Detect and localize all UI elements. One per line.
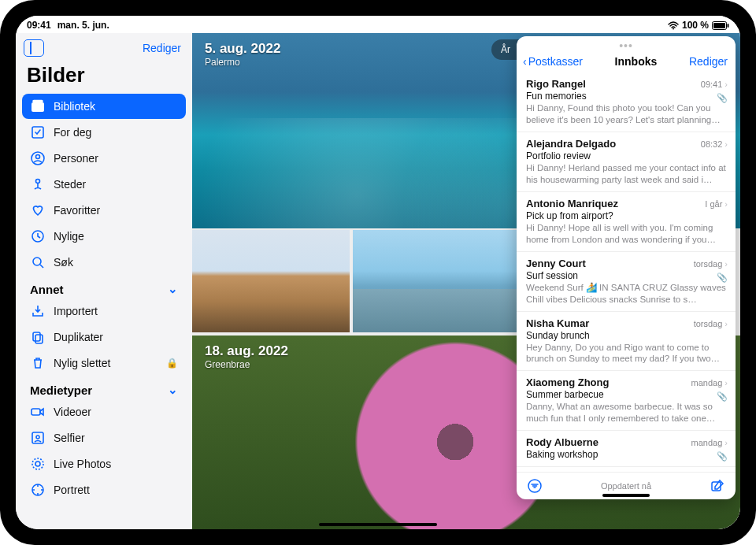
mail-filter-button[interactable] xyxy=(526,477,543,495)
sidebar-edit-button[interactable]: Rediger xyxy=(143,42,181,54)
chevron-left-icon: ‹ xyxy=(523,55,527,68)
mail-item[interactable]: Xiaomeng Zhongmandag ›Summer barbecueDan… xyxy=(517,371,736,431)
photo-cliff[interactable] xyxy=(192,230,350,332)
mail-time: torsdag › xyxy=(694,319,728,328)
chevron-right-icon: › xyxy=(724,378,728,387)
sidebar-item-label: Portrett xyxy=(54,484,90,496)
sidebar-item-label: Importert xyxy=(54,305,98,317)
mail-sender: Rody Albuerne xyxy=(526,436,598,448)
sidebar-item-label: Nylig slettet xyxy=(54,357,110,369)
mail-item[interactable]: Antonio ManriquezI går ›Pick up from air… xyxy=(517,192,736,252)
library-icon xyxy=(30,98,46,114)
mail-item[interactable]: Rody Albuernemandag ›Baking workshop📎 xyxy=(517,431,736,467)
mail-time: I går › xyxy=(705,199,728,209)
sidebar-section-other[interactable]: Annet ⌄ xyxy=(22,276,186,298)
battery-percent: 100 % xyxy=(682,20,709,31)
trash-icon xyxy=(30,355,46,371)
photo-place: Palermo xyxy=(205,57,280,68)
mail-slideover[interactable]: ••• ‹ Postkasser Innboks Rediger Rigo Ra… xyxy=(517,36,736,499)
mail-preview: Hey Danny, Do you and Rigo want to come … xyxy=(526,342,728,365)
sidebar-item-search[interactable]: Søk xyxy=(22,250,186,275)
section-label: Medietyper xyxy=(30,384,92,397)
svg-rect-14 xyxy=(32,409,40,415)
sidebar-item-label: Søk xyxy=(54,256,73,269)
sidebar-item-selfies[interactable]: Selfier xyxy=(22,425,186,450)
heart-icon xyxy=(30,202,46,218)
sidebar-section-media[interactable]: Medietyper ⌄ xyxy=(22,376,186,399)
battery-icon xyxy=(712,21,729,30)
photo-group-header-2[interactable]: 18. aug. 2022 Greenbrae xyxy=(205,343,288,370)
mail-time: 08:32 › xyxy=(701,139,728,149)
sidebar-item-videos[interactable]: Videoer xyxy=(22,399,186,425)
mail-item[interactable]: Nisha Kumartorsdag ›Sunday brunchHey Dan… xyxy=(517,312,736,372)
chevron-right-icon: › xyxy=(724,438,728,447)
attachment-icon: 📎 xyxy=(717,391,728,402)
segment-year[interactable]: År xyxy=(493,41,518,58)
foryou-icon xyxy=(30,124,46,140)
mail-subject: Fun memories xyxy=(526,91,728,102)
import-icon xyxy=(30,303,46,319)
svg-point-9 xyxy=(36,180,40,184)
mail-subject: Pick up from airport? xyxy=(526,210,728,221)
chevron-right-icon: › xyxy=(724,139,728,149)
photo-date: 18. aug. 2022 xyxy=(205,343,288,359)
mail-sender: Alejandra Delgado xyxy=(526,138,616,150)
sidebar-item-livephotos[interactable]: Live Photos xyxy=(22,451,186,476)
chevron-right-icon: › xyxy=(724,80,728,89)
mail-sender: Antonio Manriquez xyxy=(526,198,618,209)
mail-list[interactable]: Rigo Rangel09:41 ›Fun memoriesHi Danny, … xyxy=(517,72,736,472)
sidebar-item-library[interactable]: Bibliotek xyxy=(22,94,186,119)
mail-item[interactable]: Jenny Courttorsdag ›Surf sessionWeekend … xyxy=(517,252,736,312)
sidebar-item-label: Favoritter xyxy=(54,204,100,217)
photo-date: 5. aug. 2022 xyxy=(205,41,280,57)
mail-time: torsdag › xyxy=(694,259,728,269)
mail-back-button[interactable]: ‹ Postkasser xyxy=(523,55,583,68)
ipad-frame: 09:41 man. 5. jun. 100 % Rediger xyxy=(0,0,756,545)
chevron-down-icon: ⌄ xyxy=(168,282,178,296)
svg-rect-3 xyxy=(728,24,729,28)
sidebar-item-places[interactable]: Steder xyxy=(22,172,186,197)
mail-subject: Sunday brunch xyxy=(526,330,728,341)
mail-item[interactable]: Rigo Rangel09:41 ›Fun memoriesHi Danny, … xyxy=(517,72,736,132)
chevron-right-icon: › xyxy=(724,259,728,269)
sidebar-toggle-button[interactable] xyxy=(24,39,44,57)
sidebar-item-duplicates[interactable]: Duplikater xyxy=(22,324,186,350)
sidebar-item-label: Nylige xyxy=(54,230,84,243)
sidebar-item-portrait[interactable]: Portrett xyxy=(22,477,186,502)
sidebar-item-people[interactable]: Personer xyxy=(22,146,186,171)
sidebar-item-recent[interactable]: Nylige xyxy=(22,224,186,249)
section-label: Annet xyxy=(30,283,64,296)
mail-item[interactable]: Alejandra Delgado08:32 ›Portfolio review… xyxy=(517,132,736,192)
livephoto-icon xyxy=(30,456,46,472)
photo-grid[interactable]: 5. aug. 2022 Palermo 18. aug. 2022 Green… xyxy=(192,33,740,529)
home-indicator[interactable] xyxy=(319,523,437,526)
sidebar-item-imported[interactable]: Importert xyxy=(22,298,186,324)
mail-preview: Hi Danny! Herland passed me your contact… xyxy=(526,162,728,186)
wifi-icon xyxy=(668,21,679,30)
mail-time: mandag › xyxy=(691,378,728,387)
mail-subject: Summer barbecue xyxy=(526,389,728,400)
app-title: Bilder xyxy=(22,63,186,94)
duplicates-icon xyxy=(30,329,46,345)
sidebar-item-deleted[interactable]: Nylig slettet 🔒 xyxy=(22,350,186,376)
photo-group-header-1[interactable]: 5. aug. 2022 Palermo xyxy=(205,41,280,68)
slideover-grip-icon[interactable]: ••• xyxy=(619,39,633,52)
mail-sender: Nisha Kumar xyxy=(526,317,589,329)
sidebar-item-favorites[interactable]: Favoritter xyxy=(22,198,186,223)
chevron-down-icon: ⌄ xyxy=(168,383,178,397)
svg-point-18 xyxy=(32,458,43,469)
svg-rect-5 xyxy=(33,101,43,102)
mail-sender: Rigo Rangel xyxy=(526,78,586,90)
mail-edit-button[interactable]: Rediger xyxy=(689,55,728,68)
attachment-icon: 📎 xyxy=(717,451,728,462)
sidebar-item-foryou[interactable]: For deg xyxy=(22,120,186,145)
sidebar-item-label: Steder xyxy=(54,178,86,191)
mail-subject: Surf session xyxy=(526,270,728,281)
attachment-icon: 📎 xyxy=(717,93,728,103)
sidebar-item-label: Bibliotek xyxy=(54,100,95,113)
lock-icon: 🔒 xyxy=(166,358,178,369)
slideover-handle[interactable] xyxy=(602,494,650,497)
svg-rect-2 xyxy=(713,23,725,28)
sidebar-item-label: Videoer xyxy=(54,406,91,418)
mail-compose-button[interactable] xyxy=(709,477,726,495)
